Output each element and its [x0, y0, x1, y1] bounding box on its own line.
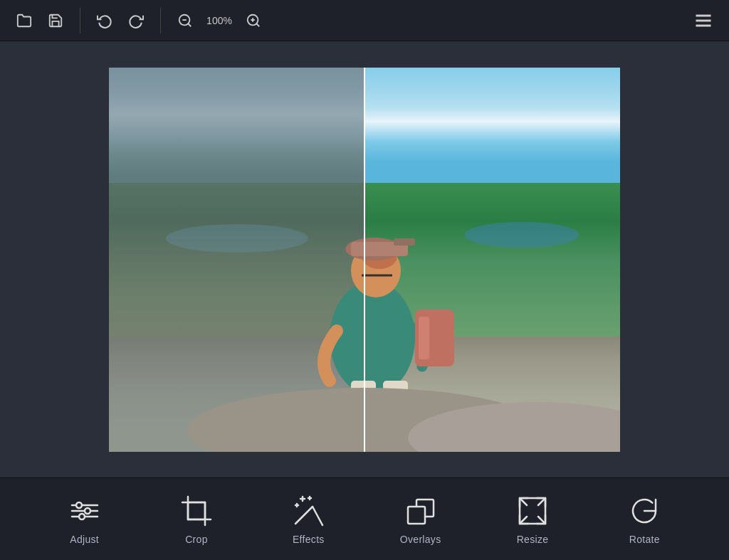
zoom-tools: 100%	[172, 8, 266, 33]
tool-resize[interactable]: Resize	[497, 488, 568, 551]
file-tools	[11, 8, 68, 33]
open-button[interactable]	[11, 8, 37, 33]
resize-label: Resize	[517, 534, 549, 545]
canvas-area	[0, 41, 729, 477]
adjust-label: Adjust	[70, 534, 99, 545]
zoom-in-button[interactable]	[241, 8, 266, 33]
image-container	[109, 68, 620, 452]
undo-button[interactable]	[92, 8, 117, 33]
menu-button[interactable]	[689, 8, 718, 33]
svg-line-38	[295, 507, 313, 524]
rotate-icon	[627, 494, 661, 528]
save-button[interactable]	[43, 8, 68, 33]
tool-effects[interactable]: Effects	[273, 488, 344, 551]
svg-point-30	[85, 508, 90, 514]
zoom-level-display: 100%	[204, 15, 235, 26]
effects-icon	[291, 494, 325, 528]
svg-line-4	[256, 23, 259, 26]
top-toolbar: 100%	[0, 0, 729, 41]
redo-button[interactable]	[123, 8, 149, 33]
svg-point-31	[79, 514, 85, 519]
tool-crop[interactable]: Crop	[161, 488, 232, 551]
crop-label: Crop	[185, 534, 208, 545]
history-tools	[92, 8, 149, 33]
svg-point-29	[76, 502, 82, 508]
svg-line-37	[313, 507, 322, 525]
bg-clouds-right	[364, 68, 620, 202]
overlays-icon	[404, 494, 438, 528]
effects-label: Effects	[293, 534, 325, 545]
divider-2	[160, 8, 161, 33]
divider-1	[80, 8, 80, 33]
overlays-label: Overlays	[400, 534, 441, 545]
tool-rotate[interactable]: Rotate	[609, 488, 680, 551]
svg-rect-46	[408, 507, 425, 524]
resize-icon	[515, 494, 550, 528]
rotate-label: Rotate	[629, 534, 660, 545]
split-divider	[364, 68, 365, 452]
zoom-out-button[interactable]	[172, 8, 198, 33]
bg-clouds-left	[109, 68, 364, 202]
svg-line-1	[188, 23, 191, 26]
crop-icon	[179, 494, 214, 528]
svg-rect-34	[188, 502, 205, 519]
bottom-toolbar: Adjust Crop	[0, 477, 729, 560]
tool-overlays[interactable]: Overlays	[385, 488, 456, 551]
tool-adjust[interactable]: Adjust	[49, 488, 120, 551]
adjust-icon	[68, 494, 102, 528]
